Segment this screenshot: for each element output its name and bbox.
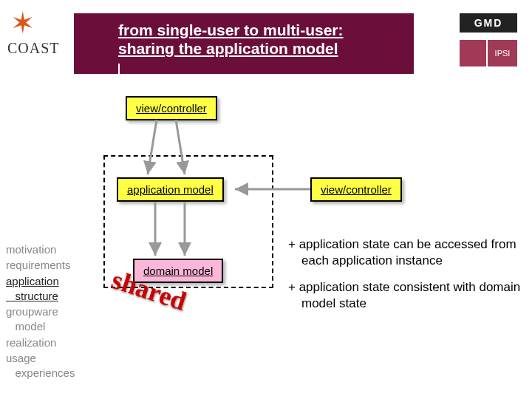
connector-bar (118, 64, 120, 86)
nav-item: groupware model (6, 304, 75, 335)
ipsi-logo: IPSI (460, 40, 517, 66)
application-model-box: application model (117, 177, 224, 202)
gmd-logo: GMD (460, 13, 517, 33)
starfish-icon: ✶ (10, 6, 35, 40)
nav-outline: motivation requirements application stru… (6, 242, 75, 381)
nav-item: requirements (6, 258, 75, 273)
view-controller-box-1: view/controller (126, 96, 217, 120)
title-banner: from single-user to multi-user: sharing … (74, 13, 414, 74)
nav-item: usage experiences (6, 351, 75, 381)
bullet-1: + application state can be accessed from… (288, 236, 525, 269)
coast-logo: COAST (7, 40, 60, 57)
nav-item-active: application structure (6, 274, 75, 304)
nav-item: motivation (6, 242, 75, 257)
view-controller-box-2: view/controller (310, 177, 402, 202)
nav-item: realization (6, 335, 75, 350)
bullet-2: + application state consistent with doma… (288, 279, 525, 312)
title-line2: sharing the application model (118, 40, 338, 57)
title-line1: from single-user to multi-user: (118, 21, 344, 38)
bullet-points: + application state can be accessed from… (288, 236, 525, 322)
